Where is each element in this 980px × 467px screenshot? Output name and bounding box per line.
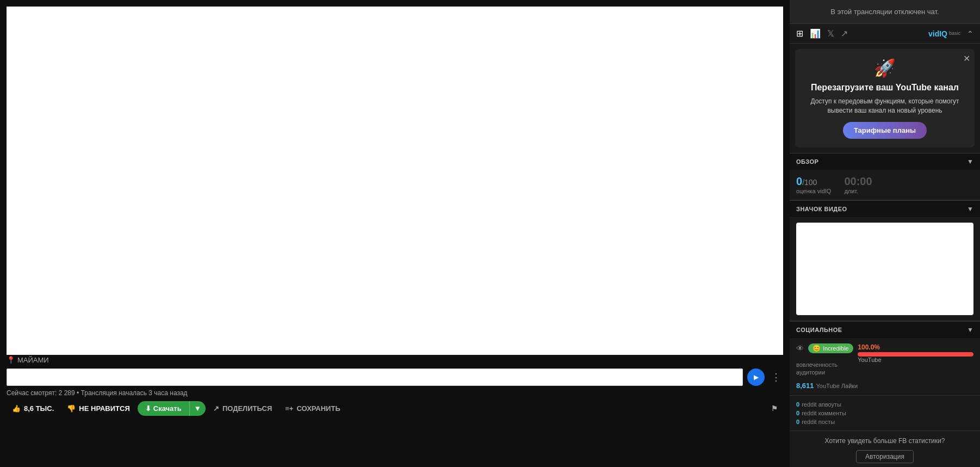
promo-title: Перезагрузите ваш YouTube канал bbox=[804, 83, 966, 93]
vid-text: vid bbox=[928, 29, 939, 38]
score-number: 0 bbox=[796, 175, 802, 187]
social-section-header: СОЦИАЛЬНОЕ ▼ bbox=[790, 321, 980, 338]
promo-card: ✕ 🚀 Перезагрузите ваш YouTube канал Дост… bbox=[795, 49, 975, 148]
grid-icon[interactable]: ⊞ bbox=[796, 28, 803, 39]
fb-cta-text: Хотите увидеть больше FB статистики? bbox=[796, 437, 973, 446]
social-collapse-icon[interactable]: ▼ bbox=[967, 326, 973, 334]
reddit-upvotes-label: reddit апвоуты bbox=[802, 401, 841, 408]
promo-close-button[interactable]: ✕ bbox=[963, 53, 970, 64]
reddit-comments-label: reddit комменты bbox=[802, 410, 846, 416]
thumbs-up-icon: 👍 bbox=[12, 404, 21, 413]
social-title: СОЦИАЛЬНОЕ bbox=[796, 327, 842, 333]
flag-button[interactable]: ⚑ bbox=[766, 401, 783, 416]
search-input[interactable] bbox=[7, 368, 743, 386]
vidiq-logo: vidIQ basic bbox=[928, 29, 960, 39]
progress-percentage: 100.0% bbox=[858, 343, 973, 351]
social-main-row: 👁 😊 Incredible вовлеченностьаудитории 8,… bbox=[796, 343, 973, 390]
promo-rocket-icon: 🚀 bbox=[874, 58, 896, 78]
platform-label: YouTube bbox=[858, 357, 973, 363]
score-max: /100 bbox=[802, 178, 817, 187]
overview-content: 0/100 оценка vidIQ 00:00 длит. bbox=[790, 170, 980, 200]
duration-value: 00:00 bbox=[844, 175, 872, 188]
twitter-icon[interactable]: 𝕏 bbox=[827, 28, 834, 39]
thumbnail-collapse-icon[interactable]: ▼ bbox=[967, 205, 973, 213]
reddit-comments-count: 0 bbox=[796, 410, 799, 416]
reddit-posts-label: reddit посты bbox=[802, 419, 835, 425]
likes-count: 8,611 bbox=[796, 382, 814, 390]
overview-collapse-icon[interactable]: ▼ bbox=[967, 158, 973, 165]
save-icon: ≡+ bbox=[285, 404, 293, 413]
promo-description: Доступ к передовым функциям, которые пом… bbox=[804, 97, 966, 115]
chart-icon[interactable]: 📊 bbox=[810, 28, 821, 39]
progress-row: 100.0% YouTube bbox=[858, 343, 973, 363]
duration-label: длит. bbox=[844, 188, 872, 194]
progress-bar-fill bbox=[858, 352, 973, 357]
thumbnail-section bbox=[790, 217, 980, 321]
smile-icon: 😊 bbox=[812, 345, 821, 352]
reddit-stats: 0 reddit апвоуты 0 reddit комменты 0 red… bbox=[796, 401, 973, 425]
right-sidebar: В этой трансляции отключен чат. ⊞ 📊 𝕏 ↗ … bbox=[790, 0, 980, 467]
likes-row: 8,611 YouTube Лайки bbox=[796, 382, 858, 390]
chat-disabled-text: В этой трансляции отключен чат. bbox=[830, 8, 939, 16]
thumbnail-title: ЗНАЧОК ВИДЕО bbox=[796, 206, 847, 212]
thumbs-down-icon: 👎 bbox=[67, 404, 76, 413]
download-dropdown-button[interactable]: ▼ bbox=[189, 401, 206, 416]
likes-label: YouTube Лайки bbox=[816, 383, 858, 389]
vidiq-toolbar: ⊞ 📊 𝕏 ↗ vidIQ basic ⌃ bbox=[790, 24, 980, 44]
share-icon: ↗ bbox=[213, 404, 219, 413]
more-options-button[interactable]: ⋮ bbox=[769, 371, 783, 383]
promo-cta-button[interactable]: Тарифные планы bbox=[843, 122, 927, 139]
flag-icon: ⚑ bbox=[771, 404, 778, 413]
share-label: ПОДЕЛИТЬСЯ bbox=[222, 404, 272, 413]
download-group: ⬇ Скачать ▼ bbox=[138, 401, 206, 416]
thumbnail-section-header: ЗНАЧОК ВИДЕО ▼ bbox=[790, 200, 980, 217]
overview-duration: 00:00 длит. bbox=[844, 175, 872, 194]
like-button[interactable]: 👍 8,6 ТЫС. bbox=[7, 401, 59, 416]
location-name: МАЙАМИ bbox=[17, 356, 49, 364]
reddit-posts-count: 0 bbox=[796, 419, 799, 425]
reddit-upvotes-count: 0 bbox=[796, 401, 799, 408]
location-pin-icon: 📍 bbox=[7, 356, 15, 364]
video-player bbox=[7, 7, 783, 355]
incredible-badge: 😊 Incredible bbox=[808, 343, 853, 353]
like-count: 8,6 ТЫС. bbox=[24, 404, 54, 413]
incredible-label: Incredible bbox=[823, 345, 849, 352]
share-button[interactable]: ↗ ПОДЕЛИТЬСЯ bbox=[208, 401, 277, 416]
save-button[interactable]: ≡+ СОХРАНИТЬ bbox=[280, 401, 345, 416]
download-icon: ⬇ bbox=[145, 404, 151, 413]
reddit-upvotes-row: 0 reddit апвоуты bbox=[796, 401, 973, 408]
dislike-button[interactable]: 👎 НЕ НРАВИТСЯ bbox=[61, 401, 135, 416]
reddit-comments-row: 0 reddit комменты bbox=[796, 410, 973, 416]
overview-title: ОБЗОР bbox=[796, 158, 818, 165]
bottom-action-bar: 👍 8,6 ТЫС. 👎 НЕ НРАВИТСЯ ⬇ Скачать ▼ ↗ П… bbox=[7, 397, 783, 420]
thumbnail-preview bbox=[796, 223, 973, 315]
dislike-label: НЕ НРАВИТСЯ bbox=[79, 404, 129, 413]
score-label: оценка vidIQ bbox=[796, 188, 831, 194]
overview-section-header: ОБЗОР ▼ bbox=[790, 153, 980, 170]
progress-bar-background bbox=[858, 352, 973, 357]
toolbar-icons: ⊞ 📊 𝕏 ↗ bbox=[796, 28, 848, 39]
viewer-info: Сейчас смотрят: 2 289 • Трансляция начал… bbox=[7, 389, 783, 397]
reddit-posts-row: 0 reddit посты bbox=[796, 419, 973, 425]
fb-section: Хотите увидеть больше FB статистики? Авт… bbox=[790, 431, 980, 467]
engagement-label: вовлеченностьаудитории bbox=[796, 361, 858, 377]
trending-icon[interactable]: ↗ bbox=[841, 28, 848, 39]
basic-label: basic bbox=[949, 31, 960, 36]
iq-text: IQ bbox=[939, 29, 947, 38]
overview-score-value: 0/100 bbox=[796, 175, 831, 188]
reddit-section: 0 reddit апвоуты 0 reddit комменты 0 red… bbox=[790, 395, 980, 431]
engagement-row: 👁 😊 Incredible bbox=[796, 343, 858, 353]
search-bar-row: ⋮ bbox=[7, 365, 783, 389]
social-content: 👁 😊 Incredible вовлеченностьаудитории 8,… bbox=[790, 338, 980, 396]
location-badge: 📍 МАЙАМИ bbox=[7, 355, 783, 365]
social-left: 👁 😊 Incredible вовлеченностьаудитории 8,… bbox=[796, 343, 858, 390]
chat-disabled-banner: В этой трансляции отключен чат. bbox=[790, 0, 980, 24]
play-button[interactable] bbox=[747, 368, 765, 386]
eye-icon: 👁 bbox=[796, 344, 804, 353]
download-label: Скачать bbox=[153, 404, 182, 413]
auth-button[interactable]: Авторизация bbox=[856, 450, 914, 463]
collapse-button[interactable]: ⌃ bbox=[967, 29, 973, 38]
save-label: СОХРАНИТЬ bbox=[296, 404, 340, 413]
download-button[interactable]: ⬇ Скачать bbox=[138, 401, 189, 416]
vidiq-vid-text: vidIQ bbox=[928, 29, 947, 39]
